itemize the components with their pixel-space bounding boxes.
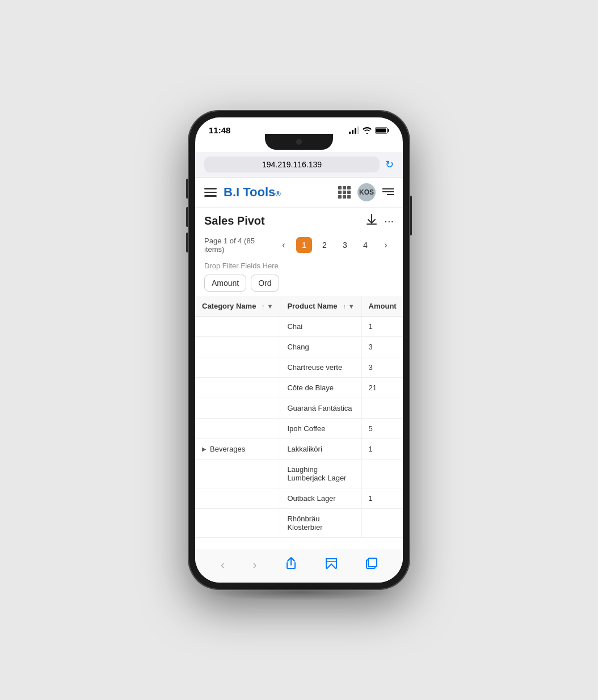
category-name-value: Beverages	[210, 445, 245, 453]
table-container[interactable]: Category Name ↑ ▼ Product Name ↑	[195, 296, 403, 550]
phone-shadow	[205, 584, 393, 601]
product-cell: Chai	[280, 317, 361, 337]
product-cell: Outback Lager	[280, 488, 361, 509]
back-nav-icon[interactable]	[382, 186, 394, 199]
header-right: KOS	[338, 183, 394, 201]
notch	[195, 134, 403, 150]
page-title: Sales Pivot	[204, 214, 265, 227]
filter-area: Drop Filter Fields Here Amount Ord	[195, 257, 403, 296]
svg-rect-8	[368, 558, 377, 567]
amount-label: Amount	[369, 302, 397, 310]
product-cell: Guaraná Fantástica	[280, 398, 361, 419]
category-cell	[195, 317, 280, 337]
product-sort-icons[interactable]: ↑ ▼	[343, 303, 354, 310]
ios-tabs-button[interactable]	[361, 555, 382, 574]
category-cell	[195, 337, 280, 357]
product-cell: Chartreuse verte	[280, 357, 361, 378]
amount-cell: 1	[361, 317, 403, 337]
pivot-table: Category Name ↑ ▼ Product Name ↑	[195, 296, 403, 538]
product-cell: Rhönbräu Klosterbier	[280, 509, 361, 538]
page-4-button[interactable]: 4	[357, 237, 373, 253]
app-content: B.I Tools® KOS	[195, 178, 403, 583]
category-name-header[interactable]: Category Name ↑ ▼	[195, 296, 280, 317]
svg-rect-2	[376, 128, 386, 132]
battery-icon	[375, 127, 389, 134]
sort-up-icon2: ↑	[343, 303, 346, 310]
svg-rect-1	[388, 129, 389, 132]
table-row: Laughing Lumberjack Lager	[195, 459, 403, 488]
sort-up-icon: ↑	[262, 303, 265, 310]
header-left: B.I Tools®	[204, 185, 281, 200]
category-cell	[195, 419, 280, 439]
grid-icon[interactable]	[338, 186, 351, 199]
signal-icon	[349, 126, 359, 134]
drop-filter-label: Drop Filter Fields Here	[204, 262, 394, 270]
phone-frame: 11:48	[188, 111, 410, 589]
product-cell: Laughing Lumberjack Lager	[280, 459, 361, 488]
table-row: Chartreuse verte 3	[195, 357, 403, 378]
filter-funnel-icon2: ▼	[348, 303, 355, 310]
app-logo: B.I Tools®	[224, 185, 281, 200]
url-bar[interactable]: 194.219.116.139	[204, 157, 380, 172]
amount-cell	[361, 509, 403, 538]
category-sort-icons[interactable]: ↑ ▼	[262, 303, 273, 310]
logo-reg: ®	[275, 189, 281, 198]
product-cell: Ipoh Coffee	[280, 419, 361, 439]
filter-funnel-icon: ▼	[267, 303, 273, 310]
product-cell: Côte de Blaye	[280, 378, 361, 398]
product-cell: Chang	[280, 337, 361, 357]
table-row: Ipoh Coffee 5	[195, 419, 403, 439]
amount-cell	[361, 459, 403, 488]
expand-arrow-icon[interactable]: ▶	[202, 446, 207, 452]
pagination-info: Page 1 of 4 (85 items)	[204, 237, 271, 254]
filter-chips: Amount Ord	[204, 275, 394, 292]
reload-button[interactable]: ↻	[385, 158, 394, 171]
amount-filter-chip[interactable]: Amount	[204, 275, 246, 292]
phone-screen: 11:48	[195, 117, 403, 583]
table-body: Chai 1 Chang 3 Chartreuse verte 3	[195, 317, 403, 538]
app-header: B.I Tools® KOS	[195, 178, 403, 208]
category-name-label: Category Name	[202, 302, 256, 310]
prev-page-button[interactable]: ‹	[276, 237, 292, 253]
table-row: Chang 3	[195, 337, 403, 357]
amount-cell: 3	[361, 337, 403, 357]
logo-tools: Tools	[243, 185, 275, 199]
page-3-button[interactable]: 3	[337, 237, 353, 253]
category-cell	[195, 398, 280, 419]
wifi-icon	[363, 127, 372, 134]
category-cell	[195, 509, 280, 538]
product-name-label: Product Name	[287, 302, 337, 310]
menu-icon[interactable]	[204, 188, 217, 197]
page-2-button[interactable]: 2	[317, 237, 332, 253]
camera-dot	[296, 139, 302, 145]
amount-header[interactable]: Amount	[361, 296, 403, 317]
amount-cell: 3	[361, 357, 403, 378]
download-button[interactable]	[366, 213, 377, 229]
title-actions: ···	[366, 213, 394, 229]
ios-back-button[interactable]: ‹	[216, 556, 229, 574]
table-row: Côte de Blaye 21	[195, 378, 403, 398]
page-title-area: Sales Pivot ···	[195, 208, 403, 233]
status-icons	[349, 126, 389, 134]
product-name-header[interactable]: Product Name ↑ ▼	[280, 296, 361, 317]
pagination-bar: Page 1 of 4 (85 items) ‹ 1 2 3 4 ›	[195, 233, 403, 257]
more-button[interactable]: ···	[384, 214, 394, 227]
ord-filter-chip[interactable]: Ord	[251, 275, 279, 292]
amount-cell: 1	[361, 488, 403, 509]
user-avatar[interactable]: KOS	[357, 183, 376, 201]
ios-share-button[interactable]	[281, 555, 301, 575]
ios-bottom-bar: ‹ ›	[195, 550, 403, 583]
logo-bi: B.I	[224, 185, 243, 199]
category-cell	[195, 357, 280, 378]
amount-cell: 1	[361, 439, 403, 459]
product-cell: Lakkaliköri	[280, 439, 361, 459]
table-row: ▶ Beverages Lakkaliköri 1	[195, 439, 403, 459]
next-page-button[interactable]: ›	[378, 237, 394, 253]
table-row: Outback Lager 1	[195, 488, 403, 509]
amount-cell: 21	[361, 378, 403, 398]
ios-forward-button[interactable]: ›	[249, 556, 262, 574]
table-header-row: Category Name ↑ ▼ Product Name ↑	[195, 296, 403, 317]
page-1-button[interactable]: 1	[296, 237, 312, 253]
ios-bookmarks-button[interactable]	[321, 555, 342, 575]
amount-cell	[361, 398, 403, 419]
